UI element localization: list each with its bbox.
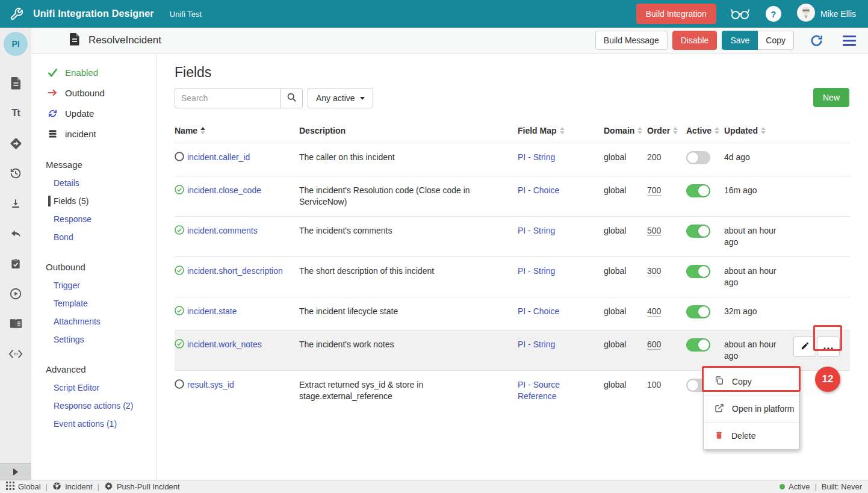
order-value[interactable]: 600 [647,340,661,349]
field-map-link[interactable]: PI - Choice [518,306,559,316]
integration-avatar[interactable]: PI [4,32,28,56]
field-name-link[interactable]: incident.short_description [187,266,283,276]
updated-value: 4d ago [724,143,793,176]
sidebar-item-attachments[interactable]: Attachments [31,312,157,330]
menu-item-delete[interactable]: Delete [704,422,799,449]
column-header-active[interactable]: Active [686,126,724,135]
column-header-description[interactable]: Description [299,126,518,135]
sidebar-item-response-actions-2[interactable]: Response actions (2) [31,397,157,415]
menu-hamburger-icon[interactable] [840,33,858,48]
active-toggle[interactable] [686,225,710,238]
search-input[interactable] [175,88,281,108]
search-icon [287,92,297,104]
field-map-link[interactable]: PI - String [518,266,555,276]
column-header-name[interactable]: Name [175,126,299,135]
expand-rail-button[interactable] [0,463,31,480]
sidebar-item-script-editor[interactable]: Script Editor [31,379,157,397]
field-name-link[interactable]: incident.comments [187,226,258,235]
order-value[interactable]: 500 [647,226,661,235]
column-header-field-map[interactable]: Field Map [518,126,604,135]
save-button[interactable]: Save [722,31,758,50]
updated-value: 16m ago [724,176,793,216]
field-map-link[interactable]: PI - String [518,340,555,349]
field-name-link[interactable]: incident.close_code [187,185,261,195]
field-map-link[interactable]: PI - Choice [518,185,559,195]
active-toggle[interactable] [686,151,710,164]
field-name-link[interactable]: result.sys_id [187,380,234,389]
file-icon[interactable] [8,76,23,90]
sidebar-item-response[interactable]: Response [31,210,157,228]
column-header-order[interactable]: Order [647,126,686,135]
active-filter-dropdown[interactable]: Any active [308,88,373,108]
text-format-icon[interactable]: Tt [8,106,23,120]
statusbar-message[interactable]: Push-Pull Incident [104,482,180,492]
sidebar-status-outbound[interactable]: Outbound [31,82,157,103]
sort-carets-icon [637,127,642,134]
edit-row-button[interactable] [793,336,816,357]
field-name-link[interactable]: incident.state [187,306,237,316]
sidebar-item-fields-5[interactable]: Fields (5) [31,192,157,210]
refresh-icon[interactable] [807,31,826,50]
preview-glasses-icon[interactable] [730,7,750,21]
search-button[interactable] [280,88,303,108]
sidebar-status-label: Update [65,108,94,119]
active-check-icon [175,225,184,238]
workspace-name[interactable]: Unifi Test [170,10,202,19]
history-icon[interactable] [8,166,23,181]
table-header: Name Description Field Map Domain Order … [175,121,850,143]
active-toggle[interactable] [686,338,710,352]
order-value[interactable]: 700 [647,185,661,195]
build-integration-button[interactable]: Build Integration [636,4,716,24]
sidebar-item-bond[interactable]: Bond [31,228,157,246]
new-field-button[interactable]: New [813,88,849,107]
help-icon[interactable]: ? [766,6,781,22]
download-icon[interactable] [8,196,23,211]
table-row: incident.commentsThe incident's comments… [175,217,850,257]
directions-icon[interactable] [8,136,23,150]
field-description: Extract returned sys_id & store in stage… [299,371,518,411]
column-header-domain[interactable]: Domain [604,126,647,135]
sidebar-item-trigger[interactable]: Trigger [31,276,157,294]
ellipsis-icon [823,343,833,352]
book-icon[interactable] [8,317,23,331]
field-map-link[interactable]: PI - String [518,152,555,162]
play-circle-icon[interactable] [8,287,23,301]
wrench-icon[interactable] [10,7,23,21]
user-menu[interactable]: Mike Ellis [797,4,856,24]
active-toggle[interactable] [686,265,710,278]
build-message-button[interactable]: Build Message [595,31,668,50]
code-icon[interactable] [8,347,23,361]
menu-item-label: Open in platform [732,404,795,414]
disable-button[interactable]: Disable [672,31,718,50]
field-map-link[interactable]: PI - Source Reference [518,380,560,401]
field-map-link[interactable]: PI - String [518,226,555,235]
statusbar-scope[interactable]: Global [6,482,41,492]
sidebar-item-event-actions-1[interactable]: Event actions (1) [31,415,157,433]
tasks-icon[interactable] [8,256,23,271]
undo-icon[interactable] [8,226,23,241]
sidebar-status-incident[interactable]: incident [31,123,157,144]
sidebar-item-details[interactable]: Details [31,174,157,192]
row-context-menu: Copy Open in platform Delete [703,367,799,450]
sidebar-item-template[interactable]: Template [31,294,157,312]
active-toggle[interactable] [686,184,710,197]
copy-button[interactable]: Copy [758,31,794,50]
order-value[interactable]: 300 [647,266,661,276]
field-name-link[interactable]: incident.caller_id [187,152,250,162]
menu-item-open-in-platform[interactable]: Open in platform [704,395,799,422]
order-value[interactable]: 400 [647,306,661,316]
row-menu-button[interactable] [817,336,840,357]
pencil-icon [801,341,810,352]
sidebar-item-settings[interactable]: Settings [31,330,157,349]
field-name-link[interactable]: incident.work_notes [187,340,262,349]
sidebar-status-enabled[interactable]: Enabled [31,62,157,82]
sidebar-status-update[interactable]: Update [31,103,157,123]
active-toggle[interactable] [686,305,710,318]
column-header-updated[interactable]: Updated [724,126,793,135]
menu-item-copy[interactable]: Copy [704,368,799,395]
statusbar-integration[interactable]: Incident [52,482,93,492]
table-row: incident.close_codeThe incident's Resolu… [175,176,850,217]
active-check-icon [175,185,184,197]
integration-label: Incident [65,482,93,491]
gear-icon [104,482,113,492]
